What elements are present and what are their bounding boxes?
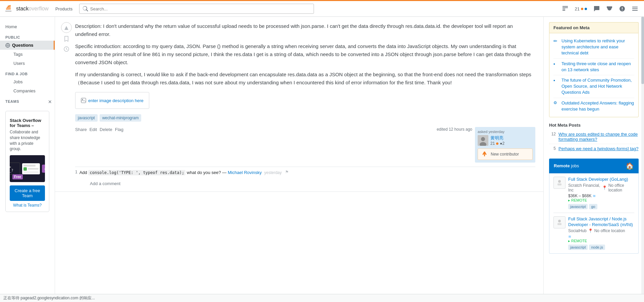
featured-meta-body: ✏ Using Kubernetes to rethink your syste… <box>549 33 639 117</box>
bookmark-button[interactable] <box>63 36 69 43</box>
rep-dot-orange <box>581 8 583 10</box>
edit-link[interactable]: Edit <box>90 127 97 132</box>
delete-link[interactable]: Delete <box>100 127 112 132</box>
reputation-button[interactable]: 21 <box>573 5 589 13</box>
sidebar-item-tags[interactable]: Tags <box>0 50 55 59</box>
free-badge: Free <box>12 174 23 179</box>
post-actions: Share Edit Delete Flag <box>75 127 123 132</box>
products-nav[interactable]: Products <box>53 4 75 13</box>
remote-jobs-widget: Remote jobs 🏠 Full Stack Developer <box>549 159 639 254</box>
tag-wechat[interactable]: wechat-miniprogram <box>100 114 142 122</box>
scroll-thumb[interactable] <box>641 17 644 84</box>
job-tags-0: javascript go <box>568 204 634 209</box>
svg-rect-3 <box>7 6 11 8</box>
avatar-placeholder <box>478 135 488 146</box>
featured-link-2[interactable]: The future of Community Promotion, Open … <box>561 77 634 96</box>
teams-title: Stack Overflow for Teams – <box>10 118 45 128</box>
pencil-icon: ✏ <box>553 38 559 56</box>
status-bar: 正在等待 pagead2.googlesyndication.com 的响应..… <box>0 294 644 302</box>
search-bar <box>79 4 314 14</box>
comment-vote: 1 <box>75 170 77 174</box>
vote-column: ▲ <box>60 22 72 186</box>
sidebar-item-jobs[interactable]: Jobs <box>0 77 55 86</box>
job-tag-js-0[interactable]: javascript <box>568 204 588 209</box>
featured-link-0[interactable]: Using Kubernetes to rethink your system … <box>561 38 634 56</box>
remote-label-0: REMOTE <box>568 198 634 203</box>
asked-label: asked yesterday <box>478 130 533 134</box>
help-button[interactable] <box>617 4 627 13</box>
sidebar-item-companies[interactable]: Companies <box>0 86 55 95</box>
image-placeholder: enter image description here <box>75 92 149 109</box>
teams-preview: ▶ _? ✓ Free <box>10 155 45 182</box>
square-icon-2: ▪ <box>553 77 559 96</box>
job-title-0[interactable]: Full Stack Developer (GoLang) <box>568 177 634 182</box>
comment-flag-icon[interactable]: ⚑ <box>285 170 289 174</box>
question-content: Description: I don't understand why the … <box>75 22 535 186</box>
logo[interactable]: stackoverflow <box>4 4 49 14</box>
create-team-button[interactable]: Create a free Team <box>10 185 45 201</box>
sidebar-item-questions[interactable]: Questions <box>0 41 55 50</box>
featured-meta-title: Featured on Meta <box>549 22 639 33</box>
scroll-indicator[interactable] <box>641 17 644 294</box>
username[interactable]: 黄明亮 <box>490 135 504 141</box>
user-rep-dot <box>496 142 498 145</box>
job-item-1: Full Stack Javascript / Node.js Develope… <box>553 213 634 253</box>
comment-author[interactable]: Michael Rovinsky <box>228 170 262 175</box>
sidebar-item-users[interactable]: Users <box>0 59 55 68</box>
remote-label-1: REMOTE <box>568 239 634 243</box>
menu-button[interactable] <box>630 4 640 13</box>
featured-item-2: ▪ The future of Community Promotion, Ope… <box>553 75 634 98</box>
sidebar-item-home[interactable]: Home <box>0 22 55 31</box>
job-company-0: Scratch Financial, Inc 📍 No office locat… <box>568 183 634 192</box>
edited-info: edited 12 hours ago <box>437 127 472 132</box>
job-tags-1: javascript node.js <box>568 245 634 250</box>
add-comment-link[interactable]: Add a comment <box>75 178 535 186</box>
job-remote-1: ≋ REMOTE <box>568 234 634 243</box>
featured-item-0: ✏ Using Kubernetes to rethink your syste… <box>553 36 634 59</box>
logo-text: stackoverflow <box>16 6 49 12</box>
tag-javascript[interactable]: javascript <box>75 114 98 122</box>
svg-rect-0 <box>5 11 11 12</box>
user-info: 黄明亮 21 ●2 <box>490 135 504 146</box>
image-icon <box>81 98 86 103</box>
job-title-1[interactable]: Full Stack Javascript / Node.js Develope… <box>568 216 634 228</box>
status-text: 正在等待 pagead2.googlesyndication.com 的响应..… <box>3 295 95 301</box>
inbox-button[interactable] <box>560 4 570 13</box>
what-teams-link[interactable]: What is Teams? <box>10 203 45 208</box>
history-button[interactable] <box>63 46 69 54</box>
header-icons: 21 <box>560 4 640 13</box>
hot-meta-item-0: 12 Why are posts edited to change the co… <box>549 130 639 144</box>
question-para-1: Description: I don't understand why the … <box>75 22 535 38</box>
search-icon <box>83 6 88 11</box>
user-row: 黄明亮 21 ●2 <box>478 135 533 146</box>
image-link[interactable]: enter image description here <box>88 98 144 103</box>
svg-point-16 <box>558 220 561 222</box>
page-wrapper: Home PUBLIC Questions Tags Users FIND A … <box>0 17 644 302</box>
job-company-1: SocialHub 📍 No office location <box>568 228 634 233</box>
bookmark-icon <box>63 36 69 42</box>
featured-meta-widget: Featured on Meta ✏ Using Kubernetes to r… <box>549 22 639 117</box>
square-icon-1: ▪ <box>553 61 559 73</box>
chat-button[interactable] <box>592 4 602 13</box>
teams-close-button[interactable]: ✕ <box>48 99 52 104</box>
search-input[interactable] <box>90 6 311 11</box>
featured-link-3[interactable]: Outdated Accepted Answers: flagging exer… <box>561 100 634 112</box>
upvote-button[interactable]: ▲ <box>61 22 72 33</box>
featured-item-3: ⚙ Outdated Accepted Answers: flagging ex… <box>553 98 634 114</box>
flag-link[interactable]: Flag <box>115 127 123 132</box>
featured-link-1[interactable]: Testing three-vote close and reopen on 1… <box>561 61 634 73</box>
achievements-button[interactable] <box>604 4 614 13</box>
rep-dot-blue <box>585 8 587 10</box>
hot-meta-link-1[interactable]: Perhaps we need a [windows-forms] tag? <box>558 146 638 151</box>
user-avatar <box>478 135 488 146</box>
comment-text: Add console.log('TYPE: ', typeof res.dat… <box>79 170 282 176</box>
main-content: ▲ Description: I don't understand why th <box>55 17 543 302</box>
share-link[interactable]: Share <box>75 127 87 132</box>
job-tag-js-1[interactable]: javascript <box>568 245 588 250</box>
job-tag-go-0[interactable]: go <box>589 204 597 209</box>
svg-rect-1 <box>5 10 11 11</box>
job-tag-node-1[interactable]: node.js <box>589 245 605 250</box>
hot-meta-link-0[interactable]: Why are posts edited to change the code … <box>558 132 639 142</box>
find-job-section-label: FIND A JOB <box>0 68 55 77</box>
help-icon <box>619 6 625 12</box>
